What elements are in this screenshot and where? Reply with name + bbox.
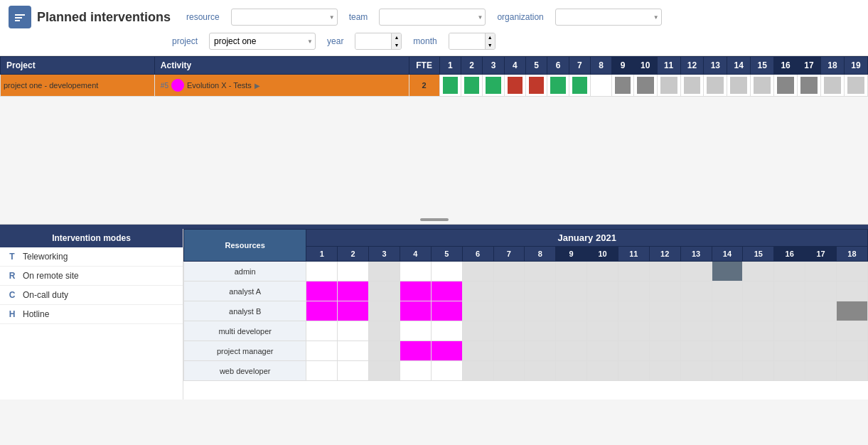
header-bar: Planned interventions resource team orga…: [0, 0, 868, 56]
table-row: project one - developement #5 Evolution …: [1, 75, 868, 97]
pm-d4: [400, 341, 431, 361]
legend-label-T: Teleworking: [23, 252, 68, 262]
year-label: year: [327, 36, 343, 46]
multidev-d4: [400, 321, 431, 341]
analystB-d3: [369, 301, 400, 321]
activity-inner: #5 Evolution X - Tests ▶: [158, 77, 406, 94]
pm-d2: [338, 341, 369, 361]
resource-select[interactable]: [231, 9, 338, 26]
project-label: project: [172, 36, 198, 46]
analystA-d18: [836, 282, 867, 301]
multidev-d5: [431, 321, 462, 341]
analystA-d5: [431, 282, 462, 301]
project-select[interactable]: project one: [209, 33, 316, 50]
resources-panel: Resources January 2021 1 2 3 4 5 6 7 8 9…: [183, 229, 868, 400]
analystB-d12: [649, 301, 680, 321]
app-icon: [9, 6, 31, 28]
day-col-12: 12: [680, 57, 704, 75]
legend-label-H: Hotline: [23, 309, 49, 319]
analystB-d5: [431, 301, 462, 321]
resource-select-wrapper[interactable]: [231, 9, 338, 26]
analystA-d14: [712, 282, 743, 301]
res-day-9: 9: [556, 247, 587, 262]
admin-d2: [338, 262, 369, 282]
year-down[interactable]: ▼: [392, 41, 401, 49]
admin-d16: [774, 262, 805, 282]
analystA-d4: [400, 282, 431, 301]
expand-arrow-icon[interactable]: ▶: [254, 82, 260, 90]
analystA-d12: [649, 282, 680, 301]
resource-row-admin: admin: [184, 262, 868, 282]
resource-name-project-manager: project manager: [184, 341, 306, 361]
resource-row-web-developer: web developer: [184, 361, 868, 381]
app-title: Planned interventions: [9, 6, 172, 28]
month-input-wrapper[interactable]: 01 ▲ ▼: [449, 33, 495, 50]
webdev-d3: [369, 361, 400, 381]
project-select-wrapper[interactable]: project one: [209, 33, 316, 50]
resource-name-web-developer: web developer: [184, 361, 306, 381]
month-spin[interactable]: ▲ ▼: [485, 33, 495, 49]
res-day-15: 15: [743, 247, 774, 262]
res-day-17: 17: [805, 247, 837, 262]
svg-rect-1: [15, 14, 25, 16]
year-spin[interactable]: ▲ ▼: [391, 33, 401, 49]
admin-d10: [587, 262, 618, 282]
analystB-d6: [462, 301, 493, 321]
analystB-d18: [836, 301, 867, 321]
month-input[interactable]: 01: [449, 33, 485, 49]
admin-d7: [493, 262, 525, 282]
multidev-d11: [618, 321, 649, 341]
day-col-13: 13: [704, 57, 727, 75]
pm-d1: [306, 341, 338, 361]
gantt-header-row: Project Activity FTE 1 2 3 4 5 6 7 8 9 1…: [1, 57, 868, 75]
activity-cell: #5 Evolution X - Tests ▶: [154, 75, 409, 97]
day-6: [547, 75, 569, 97]
webdev-d10: [587, 361, 618, 381]
day-col-14: 14: [727, 57, 751, 75]
month-up[interactable]: ▲: [486, 33, 495, 41]
day-14: [727, 75, 751, 97]
day-col-4: 4: [504, 57, 525, 75]
legend-letter-C: C: [7, 290, 17, 300]
team-select[interactable]: [379, 9, 486, 26]
col-fte: FTE: [409, 57, 439, 75]
filter-row-1: resource team organization: [186, 9, 662, 26]
webdev-d7: [493, 361, 525, 381]
analystB-d9: [556, 301, 587, 321]
admin-d3: [369, 262, 400, 282]
drag-handle[interactable]: [0, 97, 868, 224]
multidev-d16: [774, 321, 805, 341]
analystA-d2: [338, 282, 369, 301]
svg-rect-2: [15, 17, 22, 18]
day-1: [439, 75, 461, 97]
day-col-7: 7: [569, 57, 590, 75]
organization-select-wrapper[interactable]: [555, 9, 662, 26]
year-input-wrapper[interactable]: 2021 ▲ ▼: [355, 33, 402, 50]
day-col-6: 6: [547, 57, 569, 75]
res-day-5: 5: [431, 247, 462, 262]
analystB-d13: [680, 301, 712, 321]
day-col-5: 5: [525, 57, 547, 75]
webdev-d17: [805, 361, 837, 381]
analystB-d1: [306, 301, 338, 321]
year-input[interactable]: 2021: [355, 33, 391, 49]
multidev-d6: [462, 321, 493, 341]
fte-cell: 2: [409, 75, 439, 97]
pm-d6: [462, 341, 493, 361]
analystB-d7: [493, 301, 525, 321]
project-name: project one - developement: [1, 75, 155, 97]
multidev-d13: [680, 321, 712, 341]
day-col-8: 8: [591, 57, 612, 75]
team-label: team: [349, 12, 368, 22]
legend-item-C: C On-call duty: [0, 286, 183, 305]
res-day-1: 1: [306, 247, 338, 262]
resource-row-analyst-a: analyst A: [184, 282, 868, 301]
admin-d1: [306, 262, 338, 282]
team-select-wrapper[interactable]: [379, 9, 486, 26]
year-up[interactable]: ▲: [392, 33, 401, 41]
resource-row-multi-developer: multi developer: [184, 321, 868, 341]
month-down[interactable]: ▼: [486, 41, 495, 49]
day-10: [633, 75, 657, 97]
organization-select[interactable]: [555, 9, 662, 26]
day-12: [680, 75, 704, 97]
